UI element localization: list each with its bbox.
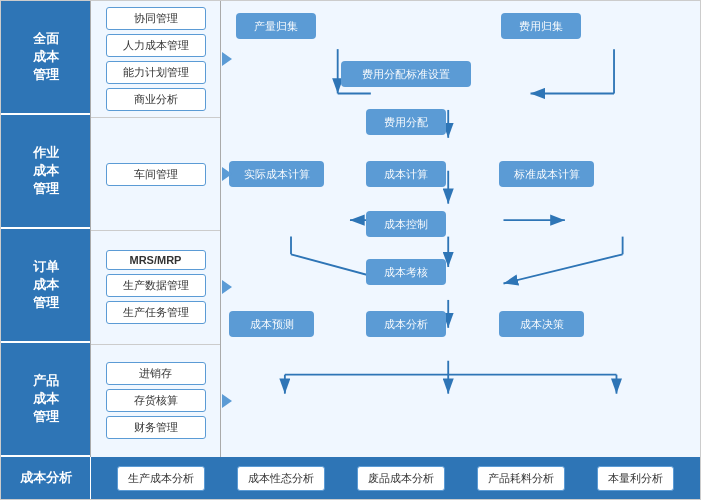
flow-fenxi: 成本分析 xyxy=(366,311,446,337)
arrow-right-2 xyxy=(222,167,232,181)
flow-biaozhun: 标准成本计算 xyxy=(499,161,594,187)
arrow-right-3 xyxy=(222,280,232,294)
left-item-quanmian: 全面 成本 管理 xyxy=(1,1,90,115)
mid-box-shangye: 商业分析 xyxy=(106,88,206,111)
mid-section-1: 协同管理 人力成本管理 能力计划管理 商业分析 xyxy=(91,1,220,118)
mid-box-xietong: 协同管理 xyxy=(106,7,206,30)
svg-line-13 xyxy=(503,254,622,283)
flow-yuce: 成本预测 xyxy=(229,311,314,337)
bottom-items: 生产成本分析 成本性态分析 废品成本分析 产品耗料分析 本量利分析 xyxy=(91,466,700,491)
mid-box-shengchan-data: 生产数据管理 xyxy=(106,274,206,297)
left-item-chanpin: 产品 成本 管理 xyxy=(1,343,90,457)
flowchart-area: 产量归集 费用归集 费用分配标准设置 费用分配 实际成本计算 成本计算 标准成本… xyxy=(221,1,700,457)
flow-juece: 成本决策 xyxy=(499,311,584,337)
flow-shiji: 实际成本计算 xyxy=(229,161,324,187)
bottom-item-3: 产品耗料分析 xyxy=(477,466,565,491)
bottom-item-4: 本量利分析 xyxy=(597,466,674,491)
left-item-zuoye: 作业 成本 管理 xyxy=(1,115,90,229)
mid-section-2: 车间管理 xyxy=(91,118,220,231)
flow-kongzhi: 成本控制 xyxy=(366,211,446,237)
flow-fenpei-std: 费用分配标准设置 xyxy=(341,61,471,87)
flow-jisuann: 成本计算 xyxy=(366,161,446,187)
bottom-row: 成本分析 生产成本分析 成本性态分析 废品成本分析 产品耗料分析 本量利分析 xyxy=(1,457,700,499)
bottom-item-0: 生产成本分析 xyxy=(117,466,205,491)
mid-box-caiwu: 财务管理 xyxy=(106,416,206,439)
bottom-item-2: 废品成本分析 xyxy=(357,466,445,491)
flow-chanliang: 产量归集 xyxy=(236,13,316,39)
mid-box-renli: 人力成本管理 xyxy=(106,34,206,57)
mid-box-cunhuo: 存货核算 xyxy=(106,389,206,412)
arrow-right-4 xyxy=(222,394,232,408)
mid-section-4: 进销存 存货核算 财务管理 xyxy=(91,345,220,457)
mid-box-shengchan-task: 生产任务管理 xyxy=(106,301,206,324)
top-section: 全面 成本 管理 作业 成本 管理 订单 成本 管理 产品 成本 管理 协同管理… xyxy=(1,1,700,457)
left-column: 全面 成本 管理 作业 成本 管理 订单 成本 管理 产品 成本 管理 xyxy=(1,1,91,457)
bottom-label: 成本分析 xyxy=(1,457,91,499)
bottom-item-1: 成本性态分析 xyxy=(237,466,325,491)
flow-fenpei: 费用分配 xyxy=(366,109,446,135)
mid-box-jinxiaocun: 进销存 xyxy=(106,362,206,385)
middle-column: 协同管理 人力成本管理 能力计划管理 商业分析 车间管理 MRS/MRP 生产数… xyxy=(91,1,221,457)
flow-feiyong: 费用归集 xyxy=(501,13,581,39)
arrow-right-1 xyxy=(222,52,232,66)
mid-box-mrs: MRS/MRP xyxy=(106,250,206,270)
left-item-dingdan: 订单 成本 管理 xyxy=(1,229,90,343)
mid-box-nengli: 能力计划管理 xyxy=(106,61,206,84)
mid-section-3: MRS/MRP 生产数据管理 生产任务管理 xyxy=(91,231,220,344)
flow-kaohe: 成本考核 xyxy=(366,259,446,285)
mid-box-chejian: 车间管理 xyxy=(106,163,206,186)
main-container: 全面 成本 管理 作业 成本 管理 订单 成本 管理 产品 成本 管理 协同管理… xyxy=(0,0,701,500)
